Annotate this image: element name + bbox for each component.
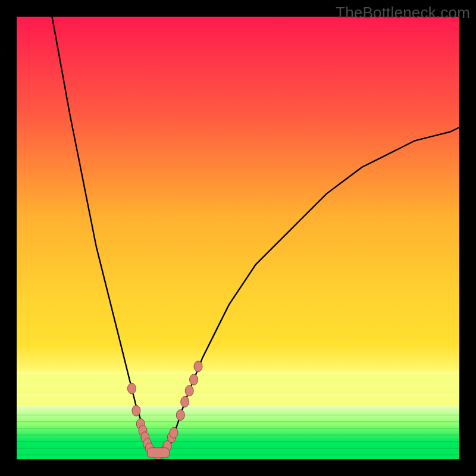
plot-area: [17, 17, 459, 459]
curve-marker: [190, 374, 198, 385]
trough-connector-bar: [148, 448, 170, 458]
watermark-text: TheBottleneck.com: [336, 4, 470, 22]
curve-marker: [127, 383, 136, 394]
bottleneck-plot-svg: [17, 17, 459, 459]
curve-marker: [185, 386, 193, 396]
curve-marker: [132, 405, 140, 416]
gradient-background: [17, 17, 459, 459]
curve-marker: [181, 396, 189, 407]
curve-marker: [170, 427, 178, 438]
curve-marker: [176, 410, 184, 421]
chart-frame: TheBottleneck.com: [0, 0, 476, 476]
curve-marker: [194, 361, 202, 372]
